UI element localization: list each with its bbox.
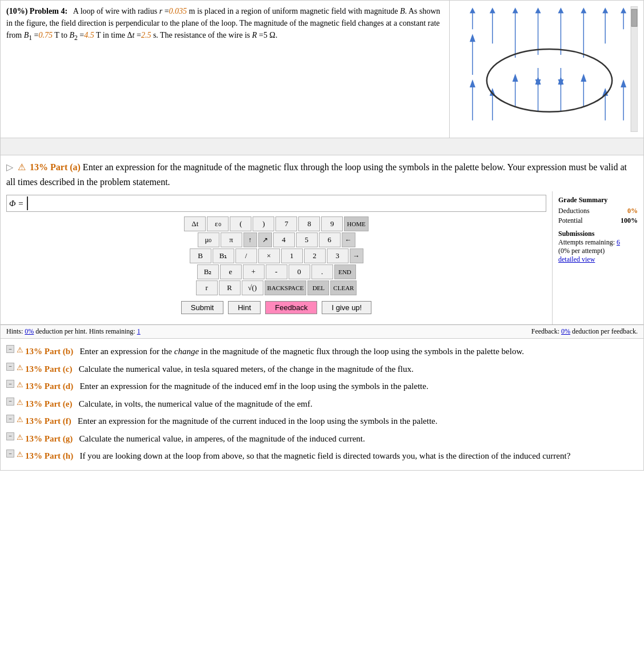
- key-B1[interactable]: B₁: [213, 248, 234, 263]
- key-close-paren[interactable]: ): [253, 216, 274, 231]
- problem-image: [449, 1, 643, 138]
- part-h-collapse[interactable]: −: [6, 450, 14, 458]
- key-R[interactable]: R: [219, 280, 241, 295]
- svg-marker-21: [558, 7, 563, 13]
- key-8[interactable]: 8: [298, 216, 320, 231]
- svg-rect-40: [631, 9, 637, 26]
- key-6[interactable]: 6: [319, 232, 341, 247]
- key-clear[interactable]: CLEAR: [330, 280, 357, 295]
- part-d-text: 13% Part (d) Enter an expression for the…: [25, 378, 429, 395]
- keypad-row-1: Δt ε₀ ( ) 7 8 9 HOME: [184, 216, 368, 231]
- hint-button[interactable]: Hint: [228, 301, 261, 314]
- svg-marker-25: [581, 7, 586, 13]
- part-c-collapse[interactable]: −: [6, 363, 14, 371]
- key-1[interactable]: 1: [281, 248, 303, 263]
- part-g-warning: ⚠: [17, 431, 23, 445]
- part-f-collapse[interactable]: −: [6, 415, 14, 423]
- key-9[interactable]: 9: [321, 216, 343, 231]
- svg-marker-17: [535, 7, 541, 13]
- key-sqrt[interactable]: √(): [242, 280, 263, 295]
- part-e-warning: ⚠: [17, 396, 23, 410]
- part-f-text: 13% Part (f) Enter an expression for the…: [25, 413, 437, 430]
- key-e[interactable]: e: [220, 264, 242, 279]
- input-row: Φ =: [6, 195, 546, 212]
- svg-marker-9: [490, 7, 495, 13]
- keypad-row-3: B B₁ / × 1 2 3 →: [190, 248, 363, 263]
- key-open-paren[interactable]: (: [230, 216, 251, 231]
- key-up[interactable]: ↑: [243, 232, 257, 247]
- part-e-collapse[interactable]: −: [6, 398, 14, 406]
- problem-header: (10%) Problem 4: A loop of wire with rad…: [0, 0, 644, 138]
- key-end[interactable]: END: [334, 264, 356, 279]
- detailed-view-link[interactable]: detailed view: [558, 255, 595, 263]
- key-pi[interactable]: π: [221, 232, 242, 247]
- potential-row: Potential 100%: [558, 216, 638, 225]
- hints-right: Feedback: 0% deduction per feedback.: [531, 327, 638, 336]
- input-label: Φ =: [9, 199, 23, 208]
- key-0[interactable]: 0: [289, 264, 310, 279]
- deductions-value: 0%: [627, 207, 638, 215]
- part-a-description: Enter an expression for the magnitude of…: [6, 162, 627, 187]
- key-delta-t[interactable]: Δt: [184, 216, 206, 231]
- feedback-button[interactable]: Feedback: [265, 301, 317, 314]
- part-b-collapse[interactable]: −: [6, 345, 14, 353]
- key-del[interactable]: DEL: [307, 280, 329, 295]
- hints-remaining[interactable]: 1: [137, 327, 141, 335]
- key-epsilon0[interactable]: ε₀: [207, 216, 229, 231]
- part-a-arrow: ▷: [6, 162, 13, 172]
- svg-marker-23: [581, 74, 586, 82]
- key-7[interactable]: 7: [275, 216, 297, 231]
- part-c-text: 13% Part (c) Calculate the numerical val…: [25, 361, 414, 378]
- main-container: (10%) Problem 4: A loop of wire with rad…: [0, 0, 644, 471]
- part-d-collapse[interactable]: −: [6, 380, 14, 388]
- spacer: [0, 138, 644, 155]
- part-e-label: 13% Part (e): [25, 399, 72, 408]
- key-3[interactable]: 3: [327, 248, 349, 263]
- key-divide[interactable]: /: [235, 248, 257, 263]
- part-a-section: ▷ ⚠ 13% Part (a) Enter an expression for…: [0, 155, 644, 339]
- hints-pct[interactable]: 0%: [25, 327, 34, 335]
- key-mu0[interactable]: μ₀: [198, 232, 219, 247]
- key-left[interactable]: ←: [342, 232, 355, 247]
- svg-marker-29: [602, 7, 608, 13]
- part-d-label: 13% Part (d): [25, 382, 73, 391]
- expression-input[interactable]: [27, 196, 543, 210]
- key-B[interactable]: B: [190, 248, 211, 263]
- keypad-row-5: r R √() BACKSPACE DEL CLEAR: [196, 280, 357, 295]
- action-row: Submit Hint Feedback I give up!: [6, 301, 546, 314]
- grade-summary-title: Grade Summary: [558, 196, 638, 204]
- potential-value: 100%: [621, 216, 638, 225]
- key-r[interactable]: r: [196, 280, 218, 295]
- key-dot[interactable]: .: [311, 264, 333, 279]
- svg-marker-13: [513, 7, 518, 13]
- key-up-right[interactable]: ↗: [258, 232, 272, 247]
- part-c-warning: ⚠: [17, 361, 23, 375]
- feedback-pct[interactable]: 0%: [561, 327, 570, 335]
- part-f-warning: ⚠: [17, 413, 23, 427]
- key-multiply[interactable]: ×: [258, 248, 280, 263]
- part-f-row: − ⚠ 13% Part (f) Enter an expression for…: [6, 413, 638, 430]
- attempts-link[interactable]: 6: [617, 238, 620, 246]
- svg-marker-33: [621, 7, 626, 13]
- svg-marker-1: [470, 79, 475, 87]
- part-a-label: 13% Part (a): [30, 162, 81, 172]
- part-g-text: 13% Part (g) Calculate the numerical val…: [25, 431, 365, 447]
- give-up-button[interactable]: I give up!: [322, 301, 371, 314]
- key-plus[interactable]: +: [243, 264, 265, 279]
- key-right[interactable]: →: [350, 248, 363, 263]
- key-4[interactable]: 4: [273, 232, 295, 247]
- key-B2[interactable]: B₂: [197, 264, 219, 279]
- part-d-row: − ⚠ 13% Part (d) Enter an expression for…: [6, 378, 638, 395]
- submit-button[interactable]: Submit: [181, 301, 223, 314]
- field-diagram: [455, 6, 638, 132]
- key-2[interactable]: 2: [304, 248, 326, 263]
- key-home[interactable]: HOME: [344, 216, 368, 231]
- keypad-row-4: B₂ e + - 0 . END: [197, 264, 356, 279]
- key-backspace[interactable]: BACKSPACE: [265, 280, 307, 295]
- grade-summary: Grade Summary Deductions 0% Potential 10…: [552, 191, 643, 324]
- keypad-row-2: μ₀ π ↑ ↗ 4 5 6 ←: [198, 232, 355, 247]
- part-g-collapse[interactable]: −: [6, 432, 14, 440]
- key-5[interactable]: 5: [296, 232, 318, 247]
- part-h-label: 13% Part (h): [25, 451, 73, 460]
- key-minus[interactable]: -: [266, 264, 287, 279]
